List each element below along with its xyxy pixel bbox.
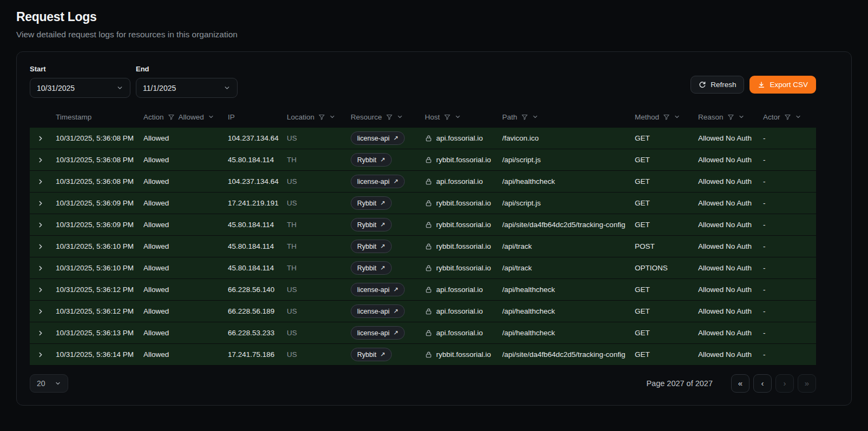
start-date-select[interactable]: 10/31/2025 [30,78,130,98]
cell-ip: 17.241.219.191 [228,199,287,207]
cell-timestamp: 10/31/2025, 5:36:09 PM [56,199,143,207]
cell-method: GET [635,350,698,359]
table-row[interactable]: 10/31/2025, 5:36:14 PM Allowed 17.241.75… [30,344,816,366]
cell-host: api.fossorial.io [425,286,502,294]
resource-badge[interactable]: license-api ↗ [351,283,405,296]
resource-badge[interactable]: Rybbit ↗ [351,240,392,253]
table-row[interactable]: 10/31/2025, 5:36:09 PM Allowed 45.80.184… [30,214,816,236]
expand-row-button[interactable] [35,241,47,253]
cell-host: rybbit.fossorial.io [425,156,502,164]
start-date-label: Start [30,65,130,73]
filter-icon[interactable] [521,114,528,121]
resource-badge[interactable]: license-api ↗ [351,326,405,340]
cell-path: /favicon.ico [502,134,635,142]
resource-badge[interactable]: license-api ↗ [351,131,405,145]
resource-badge[interactable]: Rybbit ↗ [351,348,392,361]
external-link-icon: ↗ [393,308,398,314]
cell-host: rybbit.fossorial.io [425,221,502,229]
page-size-select[interactable]: 20 [30,374,68,393]
expand-row-button[interactable] [35,349,47,361]
end-date-value: 11/1/2025 [143,84,176,92]
filter-icon[interactable] [444,114,451,121]
table-row[interactable]: 10/31/2025, 5:36:08 PM Allowed 104.237.1… [30,128,816,149]
col-timestamp: Timestamp [56,113,143,121]
cell-ip: 45.80.184.114 [228,156,287,164]
chevron-down-icon[interactable] [329,114,336,120]
resource-badge[interactable]: license-api ↗ [351,304,405,318]
expand-row-button[interactable] [35,284,47,296]
expand-row-button[interactable] [35,327,47,339]
cell-resource: license-api ↗ [351,304,425,318]
expand-row-button[interactable] [35,262,47,274]
cell-actor: - [763,350,816,359]
export-csv-button[interactable]: Export CSV [749,76,816,94]
cell-timestamp: 10/31/2025, 5:36:10 PM [56,264,143,272]
table-row[interactable]: 10/31/2025, 5:36:09 PM Allowed 17.241.21… [30,193,816,214]
cell-resource: Rybbit ↗ [351,218,425,231]
chevron-down-icon[interactable] [532,114,538,120]
last-page-button[interactable]: » [798,374,816,393]
lock-icon [425,156,432,164]
external-link-icon: ↗ [380,222,385,228]
cell-actor: - [763,329,816,337]
table-row[interactable]: 10/31/2025, 5:36:08 PM Allowed 45.80.184… [30,149,816,171]
expand-row-button[interactable] [35,219,47,231]
external-link-icon: ↗ [393,178,398,184]
cell-location: TH [287,156,351,164]
cell-resource: Rybbit ↗ [351,196,425,210]
expand-row-button[interactable] [35,132,47,144]
cell-reason: Allowed No Auth [698,350,763,359]
cell-ip: 45.80.184.114 [228,264,287,272]
expand-row-button[interactable] [35,176,47,188]
filter-icon[interactable] [318,114,325,121]
chevron-down-icon[interactable] [795,114,801,120]
cell-action: Allowed [143,286,228,294]
expand-row-button[interactable] [35,154,47,166]
request-logs-table: Timestamp Action Allowed IP Location [30,107,816,366]
expand-row-button[interactable] [35,197,47,209]
expand-row-button[interactable] [35,306,47,317]
filter-icon[interactable] [386,114,393,121]
filter-icon[interactable] [727,114,734,121]
chevron-down-icon[interactable] [455,114,461,120]
cell-location: US [287,134,351,142]
cell-method: GET [635,134,698,142]
resource-badge[interactable]: Rybbit ↗ [351,218,392,231]
refresh-button[interactable]: Refresh [691,76,744,94]
next-page-button[interactable]: › [775,374,794,393]
cell-actor: - [763,242,816,250]
cell-method: GET [635,221,698,229]
table-header: Timestamp Action Allowed IP Location [30,107,816,127]
chevron-down-icon[interactable] [738,114,745,120]
cell-path: /api/site/da4fb64dc2d5/tracking-config [502,350,635,359]
filter-icon[interactable] [784,114,791,121]
cell-actor: - [763,134,816,142]
filter-icon[interactable] [168,114,175,121]
table-row[interactable]: 10/31/2025, 5:36:10 PM Allowed 45.80.184… [30,236,816,257]
chevron-down-icon[interactable] [674,114,680,120]
action-filter-value[interactable]: Allowed [179,113,204,121]
filter-icon[interactable] [663,114,670,121]
table-row[interactable]: 10/31/2025, 5:36:13 PM Allowed 66.228.53… [30,322,816,344]
col-ip: IP [228,113,287,121]
table-row[interactable]: 10/31/2025, 5:36:12 PM Allowed 66.228.56… [30,279,816,301]
resource-badge[interactable]: Rybbit ↗ [351,153,392,167]
cell-ip: 45.80.184.114 [228,221,287,229]
end-date-select[interactable]: 11/1/2025 [136,78,238,98]
cell-location: TH [287,242,351,250]
chevron-down-icon[interactable] [208,114,214,120]
lock-icon [425,135,432,142]
resource-badge[interactable]: license-api ↗ [351,175,405,188]
table-row[interactable]: 10/31/2025, 5:36:08 PM Allowed 104.237.1… [30,171,816,193]
resource-badge[interactable]: Rybbit ↗ [351,196,392,210]
cell-ip: 66.228.56.189 [228,307,287,315]
table-row[interactable]: 10/31/2025, 5:36:10 PM Allowed 45.80.184… [30,257,816,279]
cell-timestamp: 10/31/2025, 5:36:09 PM [56,221,143,229]
table-row[interactable]: 10/31/2025, 5:36:12 PM Allowed 66.228.56… [30,301,816,322]
cell-host: rybbit.fossorial.io [425,264,502,272]
resource-badge[interactable]: Rybbit ↗ [351,261,392,275]
first-page-button[interactable]: « [731,374,749,393]
chevron-down-icon[interactable] [397,114,403,120]
cell-resource: Rybbit ↗ [351,348,425,361]
previous-page-button[interactable]: ‹ [753,374,772,393]
